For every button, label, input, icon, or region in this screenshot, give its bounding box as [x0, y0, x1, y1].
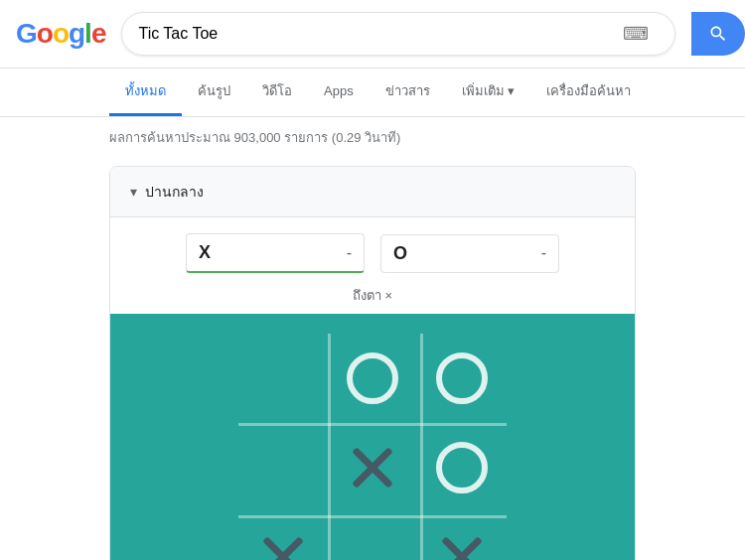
x-piece — [347, 442, 398, 493]
nav-tabs: ทั้งหมด ค้นรูป วิดีโอ Apps ข่าวสาร เพิ่ม… — [0, 69, 745, 117]
player1-score: - — [219, 244, 352, 262]
player-section: X - O - — [110, 217, 635, 281]
tab-video[interactable]: วิดีโอ — [246, 69, 308, 116]
o-piece — [347, 352, 398, 404]
cell-5[interactable] — [417, 423, 507, 512]
board-grid — [238, 334, 507, 560]
difficulty-bar[interactable]: ▾ ปานกลาง — [110, 167, 635, 217]
difficulty-label: ปานกลาง — [145, 181, 204, 203]
cell-0[interactable] — [238, 334, 328, 423]
player2-input[interactable]: O - — [380, 234, 559, 273]
google-logo: Google — [16, 18, 105, 50]
o-piece — [436, 442, 488, 493]
search-button[interactable] — [691, 12, 745, 56]
header: Google ⌨ — [0, 0, 745, 69]
tab-apps[interactable]: Apps — [308, 71, 370, 113]
turn-label: ถึงตา × — [110, 281, 635, 314]
collapse-icon: ▾ — [130, 184, 137, 200]
tab-news[interactable]: ข่าวสาร — [370, 69, 446, 116]
game-card: ▾ ปานกลาง X - O - ถึงตา × — [109, 166, 636, 560]
cell-7[interactable] — [328, 512, 417, 560]
board-container — [110, 314, 635, 560]
cell-8[interactable] — [417, 512, 507, 560]
x-piece — [436, 531, 488, 560]
cell-6[interactable] — [238, 512, 328, 560]
player2-score: - — [415, 244, 546, 262]
search-bar[interactable]: ⌨ — [121, 12, 675, 56]
tab-tools[interactable]: เครื่องมือค้นหา — [530, 69, 647, 116]
o-piece — [436, 352, 488, 404]
player1-input[interactable]: X - — [186, 233, 365, 273]
cell-3[interactable] — [238, 423, 328, 512]
search-icon — [708, 24, 728, 44]
x-piece — [257, 531, 309, 560]
cell-2[interactable] — [417, 334, 507, 423]
search-input[interactable] — [138, 25, 623, 43]
cell-4[interactable] — [328, 423, 417, 512]
cell-1[interactable] — [328, 334, 417, 423]
tab-more[interactable]: เพิ่มเติม ▾ — [446, 69, 531, 116]
tab-images[interactable]: ค้นรูป — [182, 69, 246, 116]
player1-mark: X — [199, 242, 211, 263]
tab-all[interactable]: ทั้งหมด — [109, 69, 182, 116]
results-summary: ผลการค้นหาประมาณ 903,000 รายการ (0.29 วิ… — [0, 117, 745, 158]
keyboard-icon[interactable]: ⌨ — [623, 23, 649, 45]
player2-mark: O — [393, 243, 407, 264]
